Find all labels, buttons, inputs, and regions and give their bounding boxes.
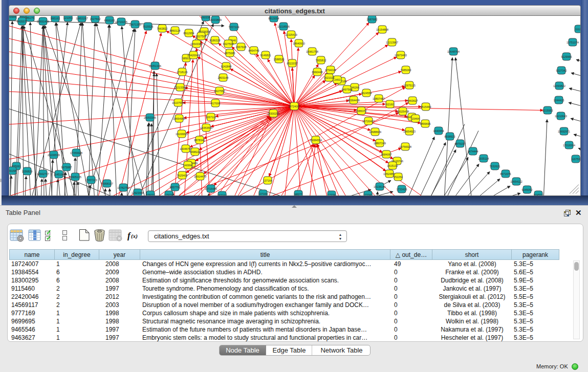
svg-text:12213383: 12213383 bbox=[174, 86, 186, 89]
svg-text:12942737: 12942737 bbox=[37, 172, 49, 176]
svg-text:1145194: 1145194 bbox=[54, 173, 64, 176]
svg-text:17359928: 17359928 bbox=[70, 151, 82, 155]
svg-text:7386372: 7386372 bbox=[356, 110, 367, 113]
svg-text:12093822: 12093822 bbox=[553, 84, 565, 87]
svg-text:1588520: 1588520 bbox=[274, 58, 285, 61]
svg-text:23420046: 23420046 bbox=[187, 54, 200, 57]
svg-text:17016504: 17016504 bbox=[563, 144, 575, 147]
svg-text:6879197: 6879197 bbox=[455, 142, 466, 145]
svg-text:(x): (x) bbox=[131, 233, 138, 239]
svg-text:9857791: 9857791 bbox=[170, 186, 181, 189]
svg-text:10853267: 10853267 bbox=[76, 17, 88, 20]
svg-text:995163: 995163 bbox=[51, 17, 60, 20]
svg-text:3624554: 3624554 bbox=[361, 92, 372, 95]
svg-text:6497568: 6497568 bbox=[342, 88, 353, 91]
svg-text:9327506: 9327506 bbox=[196, 35, 207, 38]
svg-text:10807487: 10807487 bbox=[373, 97, 385, 100]
svg-text:157164: 157164 bbox=[217, 194, 227, 196]
svg-text:11125: 11125 bbox=[575, 28, 580, 31]
svg-text:1615132: 1615132 bbox=[387, 164, 398, 167]
svg-text:16210643: 16210643 bbox=[555, 115, 567, 118]
svg-text:5498222: 5498222 bbox=[190, 150, 201, 154]
svg-text:8186328: 8186328 bbox=[210, 39, 221, 42]
svg-text:16914479: 16914479 bbox=[194, 175, 206, 178]
svg-text:15716485: 15716485 bbox=[205, 187, 217, 190]
svg-text:9899695: 9899695 bbox=[420, 122, 431, 125]
svg-text:9463627: 9463627 bbox=[407, 99, 418, 102]
svg-text:109231: 109231 bbox=[146, 193, 155, 196]
svg-text:16671355: 16671355 bbox=[129, 23, 141, 26]
svg-text:20053346: 20053346 bbox=[144, 116, 156, 119]
svg-text:137164: 137164 bbox=[258, 192, 268, 195]
svg-text:16154808: 16154808 bbox=[376, 28, 388, 31]
svg-text:9146821: 9146821 bbox=[260, 54, 271, 57]
svg-text:2935114: 2935114 bbox=[478, 157, 489, 160]
svg-text:8454749: 8454749 bbox=[249, 49, 259, 52]
svg-text:924501: 924501 bbox=[534, 193, 543, 196]
svg-text:10973493: 10973493 bbox=[395, 54, 407, 57]
svg-text:9975887: 9975887 bbox=[61, 166, 72, 169]
svg-text:18807249: 18807249 bbox=[374, 142, 386, 145]
svg-text:173342: 173342 bbox=[363, 193, 373, 196]
svg-text:18724007: 18724007 bbox=[288, 105, 300, 108]
svg-text:2687682: 2687682 bbox=[367, 18, 378, 21]
svg-text:14136141: 14136141 bbox=[374, 185, 386, 188]
svg-text:15464: 15464 bbox=[412, 117, 420, 120]
svg-text:1733426: 1733426 bbox=[397, 188, 407, 191]
svg-text:1640954: 1640954 bbox=[433, 129, 444, 133]
svg-text:1527602: 1527602 bbox=[90, 17, 101, 20]
svg-text:1156829: 1156829 bbox=[22, 170, 33, 173]
svg-text:16543382: 16543382 bbox=[190, 42, 203, 46]
svg-text:2453: 2453 bbox=[334, 78, 340, 81]
svg-text:9515469: 9515469 bbox=[421, 105, 431, 108]
svg-text:19654965: 19654965 bbox=[173, 117, 185, 120]
svg-text:16051346: 16051346 bbox=[149, 64, 161, 68]
svg-text:8471676: 8471676 bbox=[500, 172, 511, 176]
svg-text:12923468: 12923468 bbox=[132, 191, 144, 194]
svg-text:16107553: 16107553 bbox=[172, 101, 184, 104]
svg-text:9684067: 9684067 bbox=[381, 153, 392, 156]
svg-text:8860124: 8860124 bbox=[170, 29, 181, 32]
svg-text:10025438: 10025438 bbox=[397, 110, 409, 113]
svg-text:8938923: 8938923 bbox=[445, 135, 455, 138]
svg-text:19654923: 19654923 bbox=[403, 130, 416, 133]
svg-text:19756928: 19756928 bbox=[399, 145, 411, 148]
svg-text:9129966: 9129966 bbox=[561, 55, 572, 58]
svg-text:16782759: 16782759 bbox=[117, 186, 129, 189]
svg-text:85175: 85175 bbox=[27, 16, 34, 19]
svg-text:2718126: 2718126 bbox=[177, 71, 188, 74]
svg-text:15751074: 15751074 bbox=[567, 41, 579, 44]
svg-text:15692971: 15692971 bbox=[558, 130, 570, 133]
svg-text:10688609: 10688609 bbox=[369, 130, 381, 134]
svg-text:18640910: 18640910 bbox=[293, 42, 305, 45]
svg-text:10648764: 10648764 bbox=[447, 50, 460, 53]
svg-text:9227342: 9227342 bbox=[556, 69, 567, 72]
svg-text:7625402: 7625402 bbox=[177, 174, 188, 177]
svg-text:129234: 129234 bbox=[164, 193, 173, 196]
svg-text:1621022: 1621022 bbox=[324, 76, 335, 79]
svg-text:7955812: 7955812 bbox=[316, 59, 326, 62]
svg-text:20206536: 20206536 bbox=[48, 154, 60, 157]
svg-text:1244415: 1244415 bbox=[554, 99, 564, 102]
svg-text:116753: 116753 bbox=[571, 158, 580, 161]
svg-text:20691406: 20691406 bbox=[37, 20, 49, 23]
svg-text:8427552: 8427552 bbox=[214, 90, 225, 93]
svg-text:98901: 98901 bbox=[183, 57, 190, 60]
svg-text:2367608: 2367608 bbox=[236, 46, 247, 49]
svg-text:8522037: 8522037 bbox=[287, 62, 298, 65]
svg-text:98577: 98577 bbox=[295, 193, 302, 196]
svg-text:20364436: 20364436 bbox=[347, 99, 360, 102]
svg-text:19218506: 19218506 bbox=[277, 25, 290, 28]
svg-text:62160: 62160 bbox=[386, 103, 394, 106]
svg-text:6794028: 6794028 bbox=[325, 69, 336, 72]
svg-text:16961758: 16961758 bbox=[306, 50, 318, 53]
svg-text:16033809: 16033809 bbox=[209, 18, 222, 21]
svg-text:9327504: 9327504 bbox=[223, 42, 234, 46]
svg-text:17957223: 17957223 bbox=[85, 179, 97, 182]
svg-text:9245052: 9245052 bbox=[522, 188, 533, 191]
svg-text:19384554: 19384554 bbox=[310, 139, 322, 142]
svg-text:9405572: 9405572 bbox=[17, 20, 28, 23]
svg-text:2803144: 2803144 bbox=[218, 76, 229, 79]
svg-text:417006: 417006 bbox=[211, 102, 220, 105]
svg-text:9474444: 9474444 bbox=[468, 150, 478, 153]
